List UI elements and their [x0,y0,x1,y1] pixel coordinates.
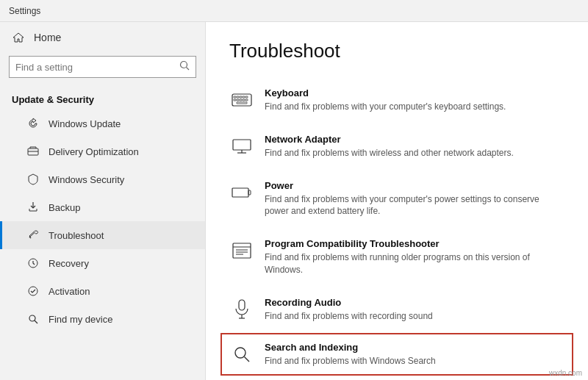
svg-point-0 [181,62,187,68]
svg-rect-18 [243,99,245,101]
network-desc: Find and fix problems with wireless and … [265,147,514,159]
troubleshoot-program-compatibility[interactable]: Program Compatibility Troubleshooter Fin… [229,228,564,287]
sidebar-item-backup[interactable]: Backup [0,193,205,221]
troubleshoot-recording-audio[interactable]: Recording Audio Find and fix problems wi… [229,287,564,333]
keyboard-desc: Find and fix problems with your computer… [265,101,506,113]
power-desc: Find and fix problems with your computer… [265,193,563,218]
sidebar-item-activation[interactable]: Activation [0,277,205,305]
recording-desc: Find and fix problems with recording sou… [265,310,433,323]
backup-label: Backup [49,202,80,213]
search-box[interactable] [9,56,196,78]
svg-line-4 [29,237,31,238]
search-input[interactable] [15,62,175,73]
svg-point-6 [29,287,37,295]
svg-rect-20 [237,102,247,104]
network-title: Network Adapter [265,134,514,145]
sidebar-item-windows-update[interactable]: Windows Update [0,110,205,137]
svg-rect-26 [233,243,251,258]
wrench-icon [26,229,40,242]
watermark: wxdn.com [549,369,582,377]
windows-update-label: Windows Update [49,118,121,129]
title-bar: Settings [0,0,588,22]
svg-rect-16 [237,99,239,101]
svg-rect-17 [240,99,242,101]
svg-rect-14 [245,96,248,98]
recording-text: Recording Audio Find and fix problems wi… [265,297,433,323]
search-indexing-text: Search and Indexing Find and fix problem… [265,342,436,368]
svg-line-35 [245,356,250,362]
troubleshoot-network[interactable]: Network Adapter Find and fix problems wi… [229,123,564,170]
svg-rect-11 [237,96,239,98]
recording-title: Recording Audio [265,297,433,308]
windows-security-label: Windows Security [49,174,124,185]
svg-rect-15 [234,99,236,101]
keyboard-text: Keyboard Find and fix problems with your… [265,87,506,113]
search-icon [179,60,190,74]
power-icon [231,182,253,204]
section-title: Update & Security [0,87,205,110]
keyboard-title: Keyboard [265,87,506,98]
svg-rect-12 [240,96,242,98]
content-area: Troubleshoot [206,22,588,380]
recovery-label: Recovery [49,258,89,269]
page-title: Troubleshoot [229,40,564,62]
troubleshoot-shared-folders[interactable]: Shared Folders Find and fix problems wit… [229,376,564,380]
recovery-icon [26,257,40,270]
svg-rect-10 [234,96,236,98]
troubleshoot-search-indexing[interactable]: Search and Indexing Find and fix problem… [220,333,573,376]
keyboard-icon [231,89,253,111]
svg-point-7 [29,315,35,321]
find-icon [26,312,40,326]
svg-rect-13 [243,96,245,98]
program-text: Program Compatibility Troubleshooter Fin… [265,238,563,276]
svg-line-8 [35,320,37,323]
sidebar-item-delivery-optimization[interactable]: Delivery Optimization [0,137,205,165]
program-icon [231,240,253,262]
svg-rect-25 [248,190,251,195]
activation-icon [26,284,40,298]
program-desc: Find and fix problems with running older… [265,251,563,276]
power-text: Power Find and fix problems with your co… [265,180,563,218]
activation-label: Activation [49,286,90,297]
home-icon [12,31,25,44]
shield-icon [26,173,40,186]
program-title: Program Compatibility Troubleshooter [265,238,563,249]
power-title: Power [265,180,563,191]
main-container: Home Update & Security Windows Update [0,22,588,380]
delivery-optimization-label: Delivery Optimization [49,146,139,157]
network-icon [231,135,253,157]
sidebar: Home Update & Security Windows Update [0,22,206,380]
microphone-icon [231,298,253,320]
delivery-icon [26,145,40,158]
sidebar-item-troubleshoot[interactable]: Troubleshoot [0,221,205,249]
sidebar-item-recovery[interactable]: Recovery [0,249,205,277]
sidebar-item-home[interactable]: Home [0,22,205,53]
svg-line-1 [187,68,190,71]
search-indexing-title: Search and Indexing [265,342,436,353]
backup-icon [26,201,40,214]
svg-rect-31 [239,300,245,310]
sidebar-home-label: Home [34,32,61,43]
svg-rect-19 [245,99,248,101]
svg-rect-21 [233,140,251,150]
refresh-icon [26,117,40,130]
troubleshoot-label: Troubleshoot [49,230,104,241]
troubleshoot-keyboard[interactable]: Keyboard Find and fix problems with your… [229,77,564,123]
find-my-device-label: Find my device [49,314,112,325]
troubleshoot-power[interactable]: Power Find and fix problems with your co… [229,170,564,229]
svg-rect-24 [232,188,248,197]
window-title: Settings [9,6,40,16]
search-indexing-desc: Find and fix problems with Windows Searc… [265,355,436,368]
svg-point-34 [235,348,245,358]
network-text: Network Adapter Find and fix problems wi… [265,134,514,159]
sidebar-item-windows-security[interactable]: Windows Security [0,165,205,193]
sidebar-item-find-my-device[interactable]: Find my device [0,305,205,333]
search-indexing-icon [231,343,253,365]
